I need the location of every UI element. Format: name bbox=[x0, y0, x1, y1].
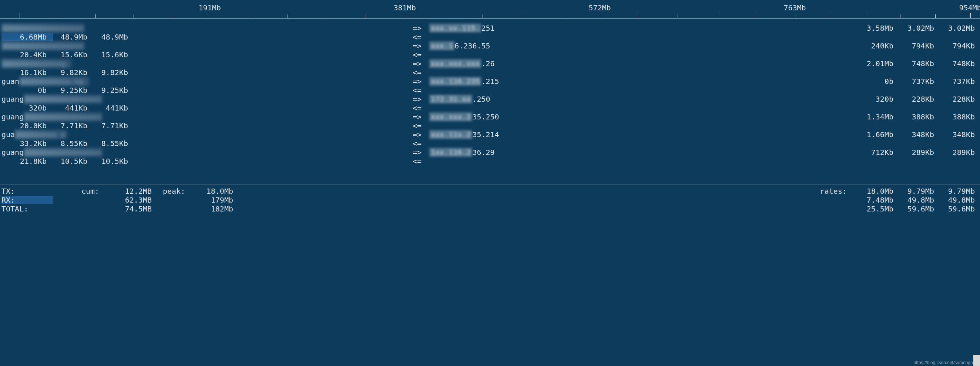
tx-rate-10s: 9.79Mb bbox=[893, 187, 934, 196]
rx-10s: 15.6Kb bbox=[47, 50, 88, 59]
connection-tx-row: guangxxxxxxxxxxxxxxxxx=>172.31.xx.250320… bbox=[0, 95, 980, 103]
local-host: xxxxxxxxxxxxxxxxxx bbox=[2, 41, 242, 50]
tx-2s: 3.58Mb bbox=[853, 24, 893, 33]
connection-tx-row: guangxxxxxxxxxxxxxxxxx=>xxx.xxx.235.2501… bbox=[0, 112, 980, 121]
remote-host-blurred: 1xx.116.2 bbox=[429, 148, 472, 157]
tx-10s: 794Kb bbox=[893, 41, 934, 50]
tx-arrow-icon: => bbox=[413, 59, 424, 68]
remote-host-suffix: 6.236.55 bbox=[455, 41, 490, 50]
scale-tick-minor bbox=[865, 14, 865, 18]
rx-arrow-icon: <= bbox=[413, 103, 424, 112]
rx-rate-10s: 49.8Mb bbox=[893, 196, 934, 204]
tx-10s: 228Kb bbox=[893, 95, 934, 103]
local-host-blurred: xxxxxxxxxxxxxg. bbox=[2, 59, 72, 68]
remote-host-suffix: 35.214 bbox=[472, 130, 499, 139]
local-host: guangxxxxxxxxxxxxxxxxx bbox=[2, 112, 242, 121]
scale-tick-minor bbox=[134, 14, 134, 18]
remote-host-blurred: xxx.xx.115. bbox=[429, 24, 481, 33]
local-prefix: guang bbox=[2, 148, 24, 157]
remote-host: xxx.xxx.235.250 bbox=[429, 112, 578, 121]
rx-rate-2s: 7.48Mb bbox=[853, 196, 893, 204]
connection-rx-row: <=33.2Kb8.55Kb8.55Kb bbox=[0, 139, 980, 148]
remote-host: 172.31.xx.250 bbox=[429, 95, 578, 103]
tx-2s: 712Kb bbox=[853, 148, 893, 157]
connection-tx-row: guangxxxxxxxxxxxxxxxxx=>1xx.116.236.2971… bbox=[0, 148, 980, 157]
summary-rx-row: RX: 62.3MB 179Mb 7.48Mb 49.8Mb 49.8Mb bbox=[0, 196, 980, 204]
connection-rx-row: <=320b441Kb441Kb bbox=[0, 103, 980, 112]
local-host-blurred: xxxxxxxxxxxxxxxxx bbox=[24, 148, 102, 157]
summary-tx-row: TX: cum: 12.2MB peak: 18.0Mb rates: 18.0… bbox=[0, 187, 980, 196]
total-rate-40s: 59.6Mb bbox=[934, 204, 975, 213]
summary-section: TX: cum: 12.2MB peak: 18.0Mb rates: 18.0… bbox=[0, 184, 980, 213]
rx-40s: 15.6Kb bbox=[88, 50, 128, 59]
scrollbar[interactable] bbox=[973, 355, 980, 366]
scale-tick-minor bbox=[935, 14, 935, 18]
local-prefix: guan bbox=[2, 77, 19, 86]
tx-40s: 388Kb bbox=[934, 112, 975, 121]
remote-host: xxx.11x.235.214 bbox=[429, 130, 578, 139]
rx-arrow-icon: <= bbox=[413, 33, 424, 41]
rx-10s: 8.55Kb bbox=[47, 139, 88, 148]
tx-label: TX: bbox=[2, 187, 46, 196]
remote-host-suffix: 36.29 bbox=[472, 148, 495, 157]
local-prefix: guang bbox=[2, 112, 24, 121]
tx-2s: 2.01Mb bbox=[853, 59, 893, 68]
rx-10s: 9.25Kb bbox=[47, 86, 88, 95]
scale-tick-label: 572Mb bbox=[589, 3, 611, 12]
tx-arrow-icon: => bbox=[413, 148, 424, 157]
local-host: xxxxxxxxxxxxxxxxxx bbox=[2, 24, 242, 33]
scale-tick-minor bbox=[172, 14, 172, 18]
rx-40s: 7.71Kb bbox=[88, 121, 128, 130]
rx-arrow-icon: <= bbox=[413, 50, 424, 59]
local-host-blurred: xxxxxxxxxxxxxxxxxx bbox=[2, 24, 85, 33]
rx-2s: 6.68Mb bbox=[6, 33, 47, 41]
bandwidth-scale: 191Mb381Mb572Mb763Mb954Mb bbox=[0, 0, 980, 19]
rx-10s: 7.71Kb bbox=[47, 121, 88, 130]
scale-tick-label: 191Mb bbox=[199, 3, 221, 12]
connection-rx-row: <=16.1Kb9.82Kb9.82Kb bbox=[0, 68, 980, 77]
local-host: xxxxxxxxxxxxxg. bbox=[2, 59, 242, 68]
remote-host: xxx.xxx.xxx.26 bbox=[429, 59, 578, 68]
tx-40s: 737Kb bbox=[934, 77, 975, 86]
scale-tick-minor bbox=[639, 14, 639, 18]
tx-rate-40s: 9.79Mb bbox=[934, 187, 975, 196]
total-cum: 74.5MB bbox=[118, 204, 152, 213]
remote-host: xxx.116.235.215 bbox=[429, 77, 578, 86]
local-host-blurred: xxxxxxxxxxxxxxxxx bbox=[24, 112, 102, 121]
local-host: guangxxxxxxxxxxxxxxxxx bbox=[2, 95, 242, 103]
rates-label: rates: bbox=[820, 187, 847, 196]
connection-tx-row: guaxxxxxxxxx o =>xxx.11x.235.2141.66Mb34… bbox=[0, 130, 980, 139]
rx-40s: 10.5Kb bbox=[88, 157, 128, 166]
rx-10s: 9.82Kb bbox=[47, 68, 88, 77]
scale-tick-label: 763Mb bbox=[783, 3, 806, 12]
connection-tx-row: xxxxxxxxxxxxxxxxxx=>xxx.16.236.55240Kb79… bbox=[0, 41, 980, 50]
rx-2s: 0b bbox=[6, 86, 47, 95]
scale-tick-minor bbox=[561, 14, 561, 18]
scale-tick-minor bbox=[95, 14, 96, 18]
rx-40s: 48.9Mb bbox=[88, 33, 128, 41]
tx-peak: 18.0Mb bbox=[200, 187, 233, 196]
scale-tick-minor bbox=[678, 14, 678, 18]
tx-10s: 388Kb bbox=[893, 112, 934, 121]
scale-tick-minor bbox=[327, 14, 327, 18]
scale-tick-major bbox=[795, 13, 795, 18]
tx-arrow-icon: => bbox=[413, 24, 424, 33]
local-host: guangxxxxxxxxxxxxxxxxx bbox=[2, 148, 242, 157]
rx-2s: 16.1Kb bbox=[6, 68, 47, 77]
rx-arrow-icon: <= bbox=[413, 86, 424, 95]
scale-tick-minor bbox=[58, 14, 58, 18]
rx-10s: 10.5Kb bbox=[47, 157, 88, 166]
rx-40s: 9.82Kb bbox=[88, 68, 128, 77]
tx-10s: 748Kb bbox=[893, 59, 934, 68]
rx-cum: 62.3MB bbox=[118, 196, 152, 204]
remote-host-blurred: xxx.1 bbox=[429, 41, 455, 50]
tx-40s: 794Kb bbox=[934, 41, 975, 50]
rx-peak: 179Mb bbox=[200, 196, 233, 204]
scale-tick-minor bbox=[756, 14, 756, 18]
rx-arrow-icon: <= bbox=[413, 121, 424, 130]
cum-label: cum: bbox=[81, 187, 99, 196]
connection-rx-row: <=20.4Kb15.6Kb15.6Kb bbox=[0, 50, 980, 59]
connection-tx-row: guanxxxxxxxxxiu.xg.=>xxx.116.235.2150b73… bbox=[0, 77, 980, 86]
scale-tick-minor bbox=[717, 14, 717, 18]
scale-tick-minor bbox=[288, 14, 288, 18]
